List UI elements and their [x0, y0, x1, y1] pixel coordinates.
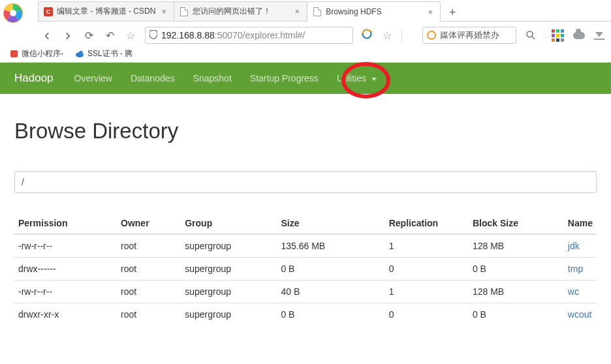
chevron-down-icon — [371, 78, 377, 81]
search-button[interactable] — [524, 29, 537, 42]
svg-line-4 — [532, 37, 535, 39]
browser-tab[interactable]: Browsing HDFS × — [307, 1, 441, 22]
svg-rect-5 — [10, 50, 18, 57]
cell-name: tmp — [564, 258, 597, 281]
bookmark-item[interactable]: 微信小程序- — [9, 48, 63, 59]
hadoop-navbar: Hadoop Overview Datanodes Snapshot Start… — [0, 63, 611, 94]
cell-group: supergroup — [181, 234, 277, 258]
cell-owner: root — [117, 303, 181, 326]
cloud-icon[interactable] — [573, 32, 585, 39]
col-replication: Replication — [385, 213, 469, 234]
tab-close-icon[interactable]: × — [159, 7, 168, 16]
nav-utilities-label: Utilities — [337, 73, 366, 83]
cell-block-size: 128 MB — [469, 234, 564, 258]
tab-close-icon[interactable]: × — [292, 7, 302, 16]
table-row: -rw-r--r--rootsupergroup40 B1128 MBwc — [14, 281, 597, 303]
cell-group: supergroup — [181, 258, 277, 281]
cell-size: 40 B — [277, 281, 384, 303]
ie-compat-icon[interactable] — [361, 28, 373, 42]
col-owner: Owner — [117, 213, 181, 234]
col-group: Group — [181, 213, 277, 234]
file-link[interactable]: tmp — [568, 264, 583, 274]
reload-button[interactable]: ⟳ — [82, 29, 95, 42]
new-tab-button[interactable]: + — [444, 4, 461, 21]
file-link[interactable]: wcout — [568, 309, 592, 320]
bookmark-star-icon[interactable]: ☆ — [124, 29, 137, 42]
file-link[interactable]: wc — [568, 286, 579, 297]
nav-startup-progress[interactable]: Startup Progress — [250, 73, 319, 83]
bookmark-label: SSL证书 - 腾 — [87, 48, 133, 59]
back-button[interactable]: ‹ — [40, 29, 54, 42]
cell-replication: 0 — [385, 303, 469, 326]
svg-point-1 — [10, 10, 16, 16]
col-block-size: Block Size — [469, 213, 564, 234]
table-row: drwx------rootsupergroup0 B00 Btmp — [14, 258, 597, 281]
address-text: 192.168.8.88:50070/explorer.html#/ — [161, 30, 305, 40]
cell-size: 0 B — [277, 303, 384, 326]
cell-replication: 1 — [385, 281, 469, 303]
shield-icon — [149, 30, 157, 41]
cell-group: supergroup — [181, 281, 277, 303]
path-input[interactable] — [14, 171, 597, 193]
page-content: Browse Directory Permission Owner Group … — [0, 94, 611, 326]
download-icon[interactable] — [594, 31, 604, 40]
address-bar[interactable]: 192.168.8.88:50070/explorer.html#/ — [145, 27, 353, 44]
cell-block-size: 0 B — [469, 258, 564, 281]
browser-logo — [0, 0, 26, 26]
search-box[interactable]: 媒体评再婚禁办 — [422, 27, 516, 44]
bookmark-icon — [9, 50, 18, 59]
search-text: 媒体评再婚禁办 — [440, 29, 499, 41]
table-row: drwxr-xr-xrootsupergroup0 B00 Bwcout — [14, 303, 597, 326]
nav-overview[interactable]: Overview — [74, 73, 112, 83]
apps-grid-icon[interactable] — [552, 29, 564, 42]
undo-button[interactable]: ↶ — [103, 29, 116, 42]
col-size: Size — [277, 213, 384, 234]
cell-permission: -rw-r--r-- — [14, 234, 117, 258]
file-link[interactable]: jdk — [568, 241, 580, 251]
nav-utilities-dropdown[interactable]: Utilities — [337, 73, 377, 83]
brand-label[interactable]: Hadoop — [14, 72, 54, 85]
directory-table: Permission Owner Group Size Replication … — [14, 213, 597, 326]
tab-title: 编辑文章 - 博客频道 - CSDN — [57, 6, 155, 17]
search-engine-icon — [427, 31, 436, 40]
cell-size: 0 B — [277, 258, 384, 281]
bookmark-label: 微信小程序- — [22, 48, 63, 59]
browser-tab[interactable]: 您访问的网页出错了！ × — [174, 1, 307, 21]
cell-replication: 1 — [385, 234, 469, 258]
cell-group: supergroup — [181, 303, 277, 326]
cell-owner: root — [117, 234, 181, 258]
cell-replication: 0 — [385, 258, 469, 281]
col-permission: Permission — [14, 213, 117, 234]
cell-owner: root — [117, 281, 181, 303]
tab-title: Browsing HDFS — [326, 7, 422, 16]
address-path: :50070/explorer.html#/ — [215, 30, 306, 40]
favorite-star-icon[interactable]: ☆ — [381, 29, 394, 42]
cell-owner: root — [117, 258, 181, 281]
nav-datanodes[interactable]: Datanodes — [131, 73, 175, 83]
cell-permission: drwxr-xr-x — [14, 303, 117, 326]
cloud-icon — [75, 50, 84, 59]
file-icon — [180, 7, 189, 16]
cell-name: jdk — [564, 234, 597, 258]
tab-close-icon[interactable]: × — [426, 7, 435, 17]
cell-block-size: 128 MB — [469, 281, 564, 303]
cell-permission: -rw-r--r-- — [14, 281, 117, 303]
csdn-icon: C — [44, 7, 53, 16]
browser-tab[interactable]: C 编辑文章 - 博客频道 - CSDN × — [38, 1, 174, 21]
col-name: Name — [564, 213, 597, 234]
tab-strip: C 编辑文章 - 博客频道 - CSDN × 您访问的网页出错了！ × Brow… — [38, 0, 611, 22]
bookmarks-bar: 微信小程序- SSL证书 - 腾 — [0, 46, 611, 63]
tab-title: 您访问的网页出错了！ — [193, 6, 289, 17]
cell-name: wc — [564, 281, 597, 303]
nav-snapshot[interactable]: Snapshot — [193, 73, 232, 83]
browser-chrome: C 编辑文章 - 博客频道 - CSDN × 您访问的网页出错了！ × Brow… — [0, 0, 611, 46]
bookmark-item[interactable]: SSL证书 - 腾 — [75, 48, 133, 59]
file-icon — [313, 7, 322, 16]
cell-permission: drwx------ — [14, 258, 117, 281]
forward-button[interactable]: › — [61, 29, 74, 42]
toolbar-right — [545, 29, 604, 42]
cell-size: 135.66 MB — [277, 234, 384, 258]
page-title: Browse Directory — [14, 119, 597, 144]
address-host: 192.168.8.88 — [161, 30, 215, 40]
svg-point-3 — [527, 31, 533, 37]
